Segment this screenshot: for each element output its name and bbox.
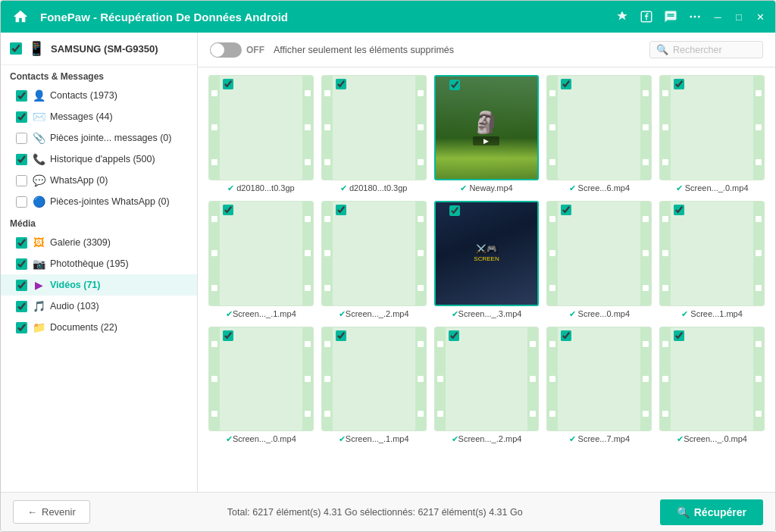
contacts-checkbox[interactable] — [16, 90, 27, 102]
list-item[interactable]: ✔ d20180...t0.3gp — [208, 75, 314, 193]
attachments-checkbox[interactable] — [16, 133, 27, 144]
thumb-checkbox[interactable] — [336, 79, 346, 89]
recover-icon: 🔍 — [677, 506, 690, 518]
thumb-checkbox[interactable] — [561, 205, 571, 215]
list-item[interactable]: ✔Screen..._.1.mp4 — [208, 201, 314, 319]
sidebar-item-messages[interactable]: ✉️ Messages (44) — [1, 106, 197, 127]
sidebar-item-photolibrary[interactable]: 📷 Photothèque (195) — [1, 253, 197, 274]
sidebar-item-audio[interactable]: 🎵 Audio (103) — [1, 296, 197, 317]
photolibrary-label: Photothèque (195) — [50, 258, 129, 269]
search-box[interactable]: 🔍 — [649, 41, 763, 58]
diamond-icon[interactable] — [613, 8, 631, 26]
list-item[interactable]: 🗿 ▶ ✔ Neway.mp4 — [434, 75, 540, 193]
list-item[interactable]: ✔Screen..._.2.mp4 — [321, 201, 427, 319]
calls-icon: 📞 — [32, 152, 45, 166]
device-header: 📱 SAMSUNG (SM-G9350) — [1, 33, 197, 65]
audio-checkbox[interactable] — [16, 301, 27, 312]
whatsapp-attach-checkbox[interactable] — [16, 196, 27, 208]
back-button[interactable]: ← Revenir — [13, 500, 90, 524]
thumb-label: ✔ Scree...0.mp4 — [546, 309, 652, 319]
thumb-box — [321, 75, 427, 180]
thumb-box — [208, 75, 314, 180]
thumb-checkbox[interactable] — [674, 330, 684, 341]
main-window: FonePaw - Récupération De Données Androi… — [0, 0, 776, 532]
facebook-icon[interactable] — [637, 8, 656, 26]
toggle-knob — [211, 43, 224, 57]
menu-icon[interactable] — [686, 8, 704, 26]
contacts-label: Contacts (1973) — [50, 90, 117, 101]
thumb-box — [546, 75, 652, 180]
messages-checkbox[interactable] — [16, 111, 27, 123]
search-input[interactable] — [673, 45, 756, 55]
back-arrow-icon: ← — [27, 506, 37, 518]
maximize-button[interactable]: □ — [731, 9, 746, 24]
videos-icon: ▶ — [32, 278, 45, 292]
documents-icon: 📁 — [32, 321, 45, 334]
sidebar-item-gallery[interactable]: 🖼 Galerie (3309) — [1, 232, 197, 253]
thumb-checkbox[interactable] — [223, 79, 233, 89]
messages-icon: ✉️ — [32, 110, 45, 124]
thumb-checkbox[interactable] — [223, 330, 233, 341]
gallery-checkbox[interactable] — [16, 237, 27, 249]
thumb-checkbox[interactable] — [674, 205, 684, 215]
thumb-checkbox[interactable] — [223, 205, 233, 215]
close-button[interactable]: ✕ — [753, 9, 768, 24]
thumb-checkbox[interactable] — [336, 330, 346, 341]
whatsapp-label: WhatsApp (0) — [50, 175, 108, 186]
list-item[interactable]: ⚔️🎮 SCREEN ✔Screen..._.3.mp4 — [434, 201, 540, 319]
title-bar: FonePaw - Récupération De Données Androi… — [1, 1, 775, 33]
list-item[interactable]: ✔ Scree...1.mp4 — [659, 201, 765, 319]
thumb-checkbox[interactable] — [336, 205, 346, 215]
thumb-label: ✔Screen..._.3.mp4 — [434, 309, 540, 319]
sidebar: 📱 SAMSUNG (SM-G9350) Contacts & Messages… — [1, 33, 198, 492]
thumb-label: ✔Screen..._.2.mp4 — [434, 434, 540, 444]
chat-icon[interactable] — [662, 8, 680, 26]
thumb-checkbox[interactable] — [449, 80, 460, 90]
photolibrary-checkbox[interactable] — [16, 258, 27, 270]
sidebar-item-calls[interactable]: 📞 Historique d'appels (500) — [1, 149, 197, 170]
sidebar-item-attachments[interactable]: 📎 Pièces jointe... messages (0) — [1, 127, 197, 149]
list-item[interactable]: ✔Screen..._.0.mp4 — [208, 327, 314, 445]
videos-checkbox[interactable] — [16, 280, 27, 291]
device-checkbox[interactable] — [10, 42, 22, 55]
list-item[interactable]: ✔Screen..._.2.mp4 — [434, 327, 540, 445]
list-item[interactable]: ✔ d20180...t0.3gp — [321, 75, 427, 193]
list-item[interactable]: ✔ Scree...6.mp4 — [546, 75, 652, 193]
list-item[interactable]: ✔Screen..._.0.mp4 — [659, 327, 765, 445]
thumb-box — [546, 327, 652, 432]
toggle-switch[interactable]: OFF — [210, 42, 264, 58]
thumb-checkbox[interactable] — [674, 79, 684, 89]
thumb-checkbox[interactable] — [449, 205, 460, 216]
calls-checkbox[interactable] — [16, 154, 27, 165]
sidebar-item-documents[interactable]: 📁 Documents (22) — [1, 317, 197, 338]
list-item[interactable]: ✔ Scree...0.mp4 — [546, 201, 652, 319]
whatsapp-checkbox[interactable] — [16, 175, 27, 186]
thumb-label: ✔Screen..._.0.mp4 — [659, 434, 765, 444]
list-item[interactable]: ✔Screen..._.1.mp4 — [321, 327, 427, 445]
documents-checkbox[interactable] — [16, 322, 27, 333]
list-item[interactable]: ✔ Scree...7.mp4 — [546, 327, 652, 445]
sidebar-item-whatsapp-attach[interactable]: 🔵 Pièces-jointes WhatsApp (0) — [1, 191, 197, 212]
thumbnails-area: ✔ d20180...t0.3gp ✔ d20180...t0.3gp — [198, 67, 775, 492]
home-button[interactable] — [8, 5, 33, 29]
sidebar-item-videos[interactable]: ▶ Vidéos (71) — [1, 274, 197, 296]
status-text: Total: 6217 élément(s) 4.31 Go sélection… — [102, 507, 648, 518]
thumb-box — [659, 201, 765, 306]
recover-button[interactable]: 🔍 Récupérer — [660, 499, 763, 525]
attachments-label: Pièces jointe... messages (0) — [50, 133, 172, 143]
thumb-checkbox[interactable] — [561, 330, 571, 341]
app-title: FonePaw - Récupération De Données Androi… — [40, 11, 613, 23]
titlebar-icons: ─ □ ✕ — [613, 8, 768, 26]
thumb-box — [546, 201, 652, 306]
sidebar-item-whatsapp[interactable]: 💬 WhatsApp (0) — [1, 170, 197, 191]
back-label: Revenir — [42, 506, 76, 518]
thumb-box-selected2: ⚔️🎮 SCREEN — [434, 201, 540, 306]
svg-point-3 — [698, 16, 700, 18]
toggle-track[interactable] — [210, 42, 242, 58]
minimize-button[interactable]: ─ — [710, 9, 725, 24]
sidebar-item-contacts[interactable]: 👤 Contacts (1973) — [1, 85, 197, 106]
thumb-checkbox[interactable] — [561, 79, 571, 89]
thumb-label: ✔ Scree...7.mp4 — [546, 434, 652, 444]
thumb-checkbox[interactable] — [449, 330, 459, 341]
list-item[interactable]: ✔ Screen..._.0.mp4 — [659, 75, 765, 193]
